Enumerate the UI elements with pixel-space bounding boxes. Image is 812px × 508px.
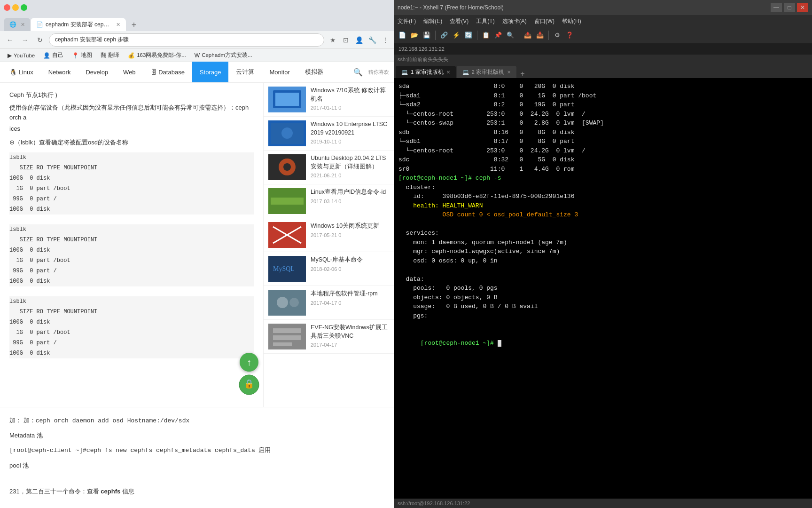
bookmark-email[interactable]: 💰 163网易免费邮-你... xyxy=(124,51,190,60)
menu-tabs[interactable]: 选项卡(A) xyxy=(502,17,527,25)
bookmark-youtube[interactable]: ▶ YouTube xyxy=(4,51,39,60)
term-line-10: [root@ceph-node1 ~]# ceph -s xyxy=(398,174,807,183)
term-line-11: cluster: xyxy=(398,183,807,192)
fab-scroll-top-btn[interactable]: ↑ xyxy=(240,353,258,372)
nav-cloud[interactable]: 云计算 xyxy=(228,62,262,82)
term-line-25: pgs: xyxy=(398,311,807,321)
xshell-status-text: ssh://root@192.168.126.131:22 xyxy=(398,500,470,506)
nav-develop[interactable]: Develop xyxy=(78,62,116,82)
svg-rect-20 xyxy=(273,328,301,333)
sidebar-meta-2: 2021-06-21 0 xyxy=(311,173,390,178)
menu-window[interactable]: 窗口(W) xyxy=(534,17,554,25)
menu-file[interactable]: 文件(F) xyxy=(398,17,416,25)
sidebar-article-2[interactable]: Ubuntu Desktop 20.04.2 LTS 安装与更新（详细图解） 2… xyxy=(264,151,395,184)
xshell-maximize-btn[interactable]: □ xyxy=(784,3,795,12)
bookmark-ceph[interactable]: W Cephadm方式安装... xyxy=(191,51,256,60)
xshell-close-btn[interactable]: ✕ xyxy=(797,3,808,12)
browser-tab-2[interactable]: 📄 cephadm 安装部署 ceph 步骤 ✕ xyxy=(31,18,126,31)
tab1-close[interactable]: ✕ xyxy=(21,22,25,28)
svg-point-18 xyxy=(289,298,299,307)
address-bar[interactable] xyxy=(49,33,324,47)
xshell-sftp-btn[interactable]: 📥 xyxy=(534,30,546,41)
article-desc1: 使用你的存储设备（此模式因为没有显示任何信息后期可能会有异常可按需选择）：cep… xyxy=(9,103,254,123)
sidebar-info-7: EVE-NG安装Windows扩展工具后三关联VNC 2017-04-17 xyxy=(311,324,390,349)
xshell-tab-2[interactable]: 💻 2 家审批版机 ✕ xyxy=(457,66,517,78)
xshell-transfer-btn[interactable]: 📤 xyxy=(522,30,533,41)
xshell-new-btn[interactable]: 📄 xyxy=(397,30,408,41)
xshell-find-btn[interactable]: 🔍 xyxy=(505,30,516,41)
xshell-save-btn[interactable]: 💾 xyxy=(421,30,432,41)
lsblk-row3-1: 1G 0 part /boot xyxy=(9,183,254,194)
term-line-19: osd: 0 osds: 0 up, 0 in xyxy=(398,256,807,266)
nav-network[interactable]: Network xyxy=(41,62,78,82)
browser-minimize-btn[interactable] xyxy=(12,4,19,11)
xshell-connect-btn[interactable]: 🔗 xyxy=(438,30,450,41)
new-tab-btn[interactable]: + xyxy=(128,19,140,31)
menu-view[interactable]: 查看(V) xyxy=(450,17,468,25)
sidebar-article-4[interactable]: Windows 10关闭系统更新 2017-05-21 0 xyxy=(264,218,395,252)
xshell-paste-btn[interactable]: 📌 xyxy=(492,30,504,41)
read-mode-btn[interactable]: ⊡ xyxy=(340,34,351,46)
terminal-area[interactable]: sda 8:0 0 20G 0 disk ├─sda1 8:1 0 1G 0 p… xyxy=(394,78,812,499)
sidebar-title-5: MySQL-库基本命令 xyxy=(311,256,390,264)
bookmark-translate[interactable]: 翻 翻译 xyxy=(97,50,123,60)
nav-monitor-label: Monitor xyxy=(269,69,289,76)
tab2-close[interactable]: ✕ xyxy=(116,22,120,28)
lsblk-block-2: lsblk SIZE RO TYPE MOUNTPOINT 100G 0 dis… xyxy=(9,224,254,286)
menu-btn[interactable]: ⋮ xyxy=(380,34,391,46)
bookmark-star-btn[interactable]: ★ xyxy=(327,34,338,46)
browser-tab-1[interactable]: 🌐 ✕ xyxy=(4,18,31,31)
nav-simulator[interactable]: 模拟器 xyxy=(297,62,331,82)
xshell-tab2-close[interactable]: ✕ xyxy=(507,70,511,75)
xshell-copy-btn[interactable]: 📋 xyxy=(480,30,492,41)
browser-close-btn[interactable] xyxy=(4,4,10,11)
xshell-minimize-btn[interactable]: — xyxy=(771,3,782,12)
toolbar-divider-2 xyxy=(477,31,477,40)
extensions-btn[interactable]: 🔧 xyxy=(367,34,378,46)
bookmark-self[interactable]: 👤 自己 xyxy=(39,51,67,60)
lsblk-row1-3: SIZE RO TYPE MOUNTPOINT xyxy=(9,307,254,317)
xshell-open-btn[interactable]: 📂 xyxy=(409,30,420,41)
sidebar-article-3[interactable]: Linux查看用户ID信息命令-id 2017-03-14 0 xyxy=(264,184,395,218)
reload-btn[interactable]: ↻ xyxy=(34,34,46,46)
nav-search-btn[interactable]: 🔍 xyxy=(350,64,367,80)
email-icon: 💰 xyxy=(128,52,135,59)
profile-btn[interactable]: 👤 xyxy=(353,34,365,46)
xshell-new-tab-btn[interactable]: + xyxy=(517,70,527,78)
menu-tools[interactable]: 工具(T) xyxy=(476,17,494,25)
menu-edit[interactable]: 编辑(E) xyxy=(423,17,442,25)
nav-database[interactable]: 🗄 Database xyxy=(143,62,192,82)
bookmark-self-label: 自己 xyxy=(52,52,63,59)
xshell-toolbar: 📄 📂 💾 🔗 ⚡ 🔄 📋 📌 🔍 📤 📥 ⚙ ❓ xyxy=(394,27,812,43)
xshell-settings-btn[interactable]: ⚙ xyxy=(552,30,563,41)
xshell-help-icon-btn[interactable]: ❓ xyxy=(564,30,575,41)
sidebar-article-5[interactable]: MySQL MySQL-库基本命令 2018-02-06 0 xyxy=(264,252,395,286)
nav-web[interactable]: Web xyxy=(116,62,143,82)
term-line-6: └─sdb1 8:17 0 8G 0 part xyxy=(398,137,807,146)
bookmark-ceph-label: Cephadm方式安装... xyxy=(202,52,252,59)
xshell-tab-1[interactable]: 💻 1 家审批版机 ✕ xyxy=(396,66,456,78)
browser-maximize-btn[interactable] xyxy=(21,4,27,11)
sidebar-article-0[interactable]: Windows 7/10系统 修改计算机名 2017-01-11 0 xyxy=(264,83,395,117)
sidebar-article-7[interactable]: EVE-NG安装Windows扩展工具后三关联VNC 2017-04-17 xyxy=(264,320,395,354)
svg-point-8 xyxy=(283,163,291,171)
xshell-disconnect-btn[interactable]: ⚡ xyxy=(451,30,462,41)
float-badge[interactable]: 🔒 xyxy=(239,374,259,395)
xshell-tab1-close[interactable]: ✕ xyxy=(446,70,450,75)
nav-storage[interactable]: Storage xyxy=(192,62,229,82)
sidebar-article-1[interactable]: Windows 10 Enterprise LTSC 2019 v2019092… xyxy=(264,117,395,151)
term-line-0: sda 8:0 0 20G 0 disk xyxy=(398,82,807,91)
svg-text:MySQL: MySQL xyxy=(273,265,295,272)
nav-linux[interactable]: 🐧 Linux xyxy=(2,62,41,82)
toolbar-divider-3 xyxy=(519,31,519,40)
xshell-reconnect-btn[interactable]: 🔄 xyxy=(463,30,474,41)
maps-icon: 📍 xyxy=(72,52,79,59)
nav-monitor[interactable]: Monitor xyxy=(262,62,297,82)
sidebar-article-6[interactable]: 本地程序包软件管理-rpm 2017-04-17 0 xyxy=(264,286,395,320)
back-btn[interactable]: ← xyxy=(4,34,16,46)
menu-help[interactable]: 帮助(H) xyxy=(562,17,581,25)
forward-btn[interactable]: → xyxy=(19,34,31,46)
lsblk-block-3: lsblk SIZE RO TYPE MOUNTPOINT 100G 0 dis… xyxy=(9,296,254,358)
bookmark-maps[interactable]: 📍 地图 xyxy=(68,51,96,60)
sidebar-info-6: 本地程序包软件管理-rpm 2017-04-17 0 xyxy=(311,290,390,316)
